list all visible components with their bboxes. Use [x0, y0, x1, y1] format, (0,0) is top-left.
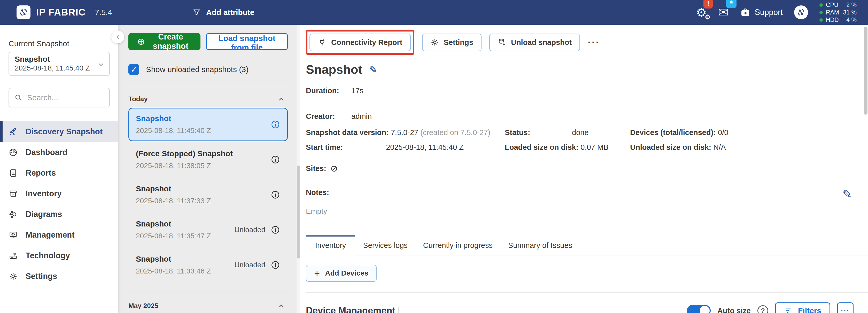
load-snapshot-button[interactable]: Load snapshot from file: [206, 33, 288, 50]
show-unloaded-label: Show unloaded snapshots (3): [146, 65, 249, 74]
current-snapshot-label: Current Snapshot: [8, 39, 118, 48]
gear-icon: [430, 38, 439, 47]
gear-small-icon: ⚙: [705, 14, 711, 21]
sidebar-item-label: Management: [26, 230, 74, 240]
cpu-value: 2 %: [842, 2, 857, 8]
snapshot-select-title: Snapshot: [15, 55, 94, 64]
snapshot-date: 2025-08-18, 11:37:33 Z: [136, 197, 211, 205]
connectivity-report-button[interactable]: Connectivity Report: [309, 34, 411, 51]
checkbox-checked-icon[interactable]: ✓: [128, 64, 139, 75]
snapshot-select-date: 2025-08-18, 11:45:40 Z: [15, 64, 94, 72]
snapshot-list-item[interactable]: (Force Stopped) Snapshot 2025-08-18, 11:…: [128, 143, 288, 177]
sidebar-collapse-button[interactable]: [111, 30, 124, 43]
sidebar-item-reports[interactable]: Reports: [0, 163, 118, 183]
unloaded-badge: Unloaded: [234, 226, 265, 234]
cpu-label: CPU: [826, 2, 839, 8]
tab-inventory[interactable]: Inventory: [306, 235, 355, 255]
sidebar-item-discovery-snapshot[interactable]: Discovery Snapshot: [0, 121, 118, 142]
document-icon: [8, 168, 18, 178]
messages-icon[interactable]: ✉: [718, 6, 729, 19]
ipfabric-logo-icon: [17, 5, 30, 19]
monitor-code-icon: [8, 230, 18, 240]
show-unloaded-checkbox-row[interactable]: ✓ Show unloaded snapshots (3): [128, 64, 288, 75]
sidebar-item-settings[interactable]: Settings: [0, 266, 118, 287]
notes-label: Notes:: [306, 188, 329, 197]
sidebar-item-dashboard[interactable]: Dashboard: [0, 142, 118, 163]
section-title: Device Management: [306, 305, 395, 313]
tab-currently-in-progress[interactable]: Currently in progress: [415, 236, 500, 255]
info-icon[interactable]: [271, 155, 280, 164]
annotation-highlight-box: Connectivity Report: [306, 30, 414, 55]
snapshot-list-item[interactable]: Snapshot 2025-08-18, 11:45:40 Z: [128, 108, 288, 141]
status-cell: Status: done: [505, 128, 630, 137]
support-button[interactable]: Support: [740, 7, 783, 18]
settings-label: Settings: [444, 38, 473, 47]
info-icon[interactable]: [271, 260, 280, 270]
sidebar-item-diagrams[interactable]: Diagrams: [0, 204, 118, 225]
group-header-today[interactable]: Today: [128, 95, 288, 103]
info-icon[interactable]: [271, 120, 280, 129]
rocket-icon: [8, 127, 18, 136]
add-devices-label: Add Devices: [325, 269, 368, 277]
snapshot-list-item[interactable]: Snapshot 2025-08-18, 11:37:33 Z: [128, 178, 288, 212]
snapshot-list-item[interactable]: Snapshot 2025-08-18, 11:35:47 Z Unloaded: [128, 213, 288, 247]
tab-bar: Inventory Services logs Currently in pro…: [306, 235, 868, 255]
create-snapshot-button[interactable]: ⊕ Create snapshot: [128, 33, 200, 50]
plug-icon: [318, 38, 327, 47]
plus-icon: +: [314, 268, 320, 279]
loaded-size-cell: Loaded size on disk: 0.07 MB: [505, 143, 630, 152]
toolbar-more-button[interactable]: ···: [588, 37, 600, 48]
blocked-icon: ⊘: [331, 164, 338, 173]
main-content: Connectivity Report Settings: [300, 25, 868, 313]
snapshot-date: 2025-08-18, 11:38:05 Z: [136, 162, 233, 170]
search-icon: [14, 93, 23, 102]
alert-badge: !: [704, 0, 713, 8]
sidebar-search: [8, 88, 110, 107]
tab-summary-of-issues[interactable]: Summary of Issues: [500, 236, 580, 255]
sidebar-item-management[interactable]: Management: [0, 225, 118, 245]
snapshot-select[interactable]: Snapshot 2025-08-18, 11:45:40 Z: [8, 52, 110, 76]
group-title: May 2025: [128, 302, 158, 310]
hdd-status-dot: [819, 18, 823, 22]
panel-scrollbar-thumb[interactable]: [297, 165, 300, 258]
tab-services-logs[interactable]: Services logs: [355, 236, 415, 255]
loaded-size-label: Loaded size on disk:: [505, 143, 579, 152]
unload-snapshot-button[interactable]: Unload snapshot: [489, 34, 580, 51]
filters-button[interactable]: Filters: [775, 303, 830, 313]
edit-notes-icon[interactable]: ✎: [842, 187, 852, 201]
help-icon[interactable]: ?: [757, 305, 768, 313]
edit-title-icon[interactable]: ✎: [369, 64, 377, 75]
chevron-down-icon: [97, 61, 104, 68]
ram-value: 31 %: [842, 9, 857, 16]
auto-size-label: Auto size: [717, 307, 751, 313]
version-value: 7.5.0-27: [391, 128, 418, 136]
sidebar-item-inventory[interactable]: Inventory: [0, 183, 118, 204]
add-attribute-button[interactable]: Add attribute: [192, 8, 254, 17]
version-cell: Snapshot data version: 7.5.0-27 (created…: [306, 128, 505, 137]
cpu-status-dot: [819, 3, 823, 7]
table-more-button[interactable]: ···: [837, 303, 854, 313]
auto-size-toggle[interactable]: [687, 305, 711, 313]
add-attribute-label: Add attribute: [206, 8, 254, 17]
add-devices-button[interactable]: + Add Devices: [306, 265, 377, 282]
snapshot-list: Snapshot 2025-08-18, 11:45:40 Z (Force S…: [128, 108, 288, 282]
settings-button[interactable]: Settings: [422, 34, 482, 51]
user-avatar[interactable]: [794, 5, 808, 19]
group-header-may-2025[interactable]: May 2025: [128, 302, 288, 310]
snapshot-name: Snapshot: [136, 220, 211, 228]
system-settings-icon[interactable]: ⚙ ⚙ !: [696, 6, 707, 18]
snapshot-list-item[interactable]: Snapshot 2025-08-18, 11:33:46 Z Unloaded: [128, 248, 288, 282]
info-icon[interactable]: [271, 190, 280, 200]
snapshot-name: Snapshot: [136, 114, 211, 123]
main-scrollbar-thumb[interactable]: [864, 27, 867, 115]
router-icon: [8, 251, 18, 260]
sidebar-item-technology[interactable]: Technology: [0, 245, 118, 266]
search-input[interactable]: [27, 93, 99, 102]
creator-label: Creator:: [306, 112, 349, 121]
ram-status-dot: [819, 11, 823, 14]
detail-grid: Snapshot data version: 7.5.0-27 (created…: [306, 128, 868, 152]
info-icon[interactable]: [271, 225, 280, 235]
snapshot-date: 2025-08-18, 11:45:40 Z: [136, 127, 211, 135]
sidebar-item-label: Technology: [26, 251, 70, 260]
network-nodes-icon: [8, 210, 18, 219]
